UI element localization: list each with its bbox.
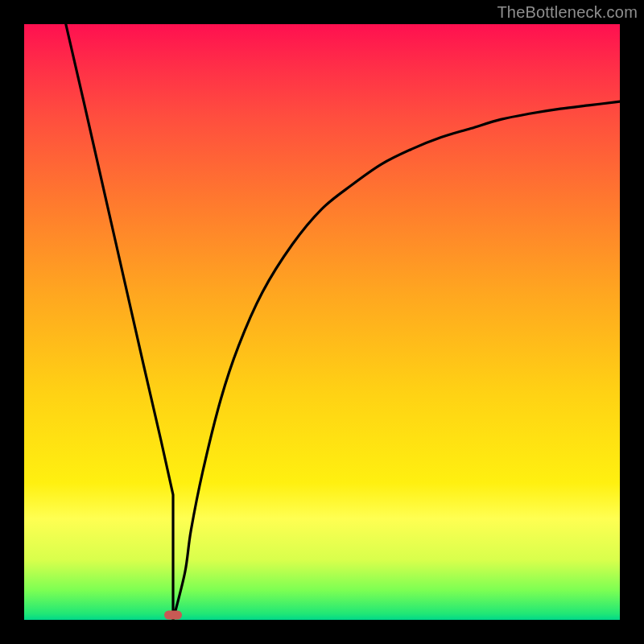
plot-area [24,24,620,620]
vertex-marker [164,611,182,620]
chart-frame: TheBottleneck.com [0,0,644,644]
bottleneck-curve [24,24,620,620]
watermark-text: TheBottleneck.com [497,3,638,22]
